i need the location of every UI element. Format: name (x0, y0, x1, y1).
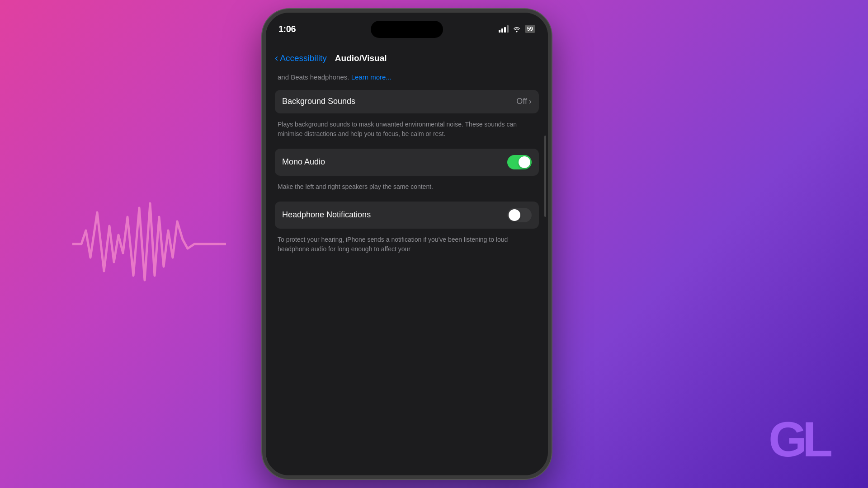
mono-audio-row[interactable]: Mono Audio (275, 149, 539, 176)
toggle-knob-2 (509, 209, 520, 221)
mono-audio-card: Mono Audio (275, 149, 539, 176)
learn-more-link[interactable]: Learn more... (351, 73, 392, 81)
dynamic-island (371, 21, 443, 38)
side-button-volume-down (262, 153, 263, 184)
scrollbar (544, 136, 546, 217)
mono-audio-label: Mono Audio (282, 157, 325, 167)
background-sounds-card: Background Sounds Off › (275, 90, 539, 113)
background-sounds-description: Plays background sounds to mask unwanted… (275, 117, 539, 145)
headphone-notifications-row[interactable]: Headphone Notifications (275, 202, 539, 229)
svg-text:L: L (802, 411, 833, 465)
toggle-knob (519, 156, 530, 168)
waveform-icon (72, 190, 226, 298)
phone-frame: 1:06 59 ‹ Accessibility Audio/Visual (262, 9, 552, 479)
background-sounds-label: Background Sounds (282, 97, 355, 106)
signal-icon (499, 25, 509, 33)
side-button-volume-up (262, 112, 263, 144)
page-title: Audio/Visual (335, 53, 387, 63)
gt-logo: G L (769, 411, 841, 465)
back-chevron-icon: ‹ (275, 52, 278, 64)
back-button[interactable]: ‹ Accessibility (275, 52, 327, 64)
headphone-notifications-description: To protect your hearing, iPhone sends a … (275, 232, 539, 260)
side-button-mute (262, 85, 263, 103)
background-sounds-value: Off › (516, 97, 532, 106)
headphone-notifications-label: Headphone Notifications (282, 210, 371, 220)
status-time: 1:06 (278, 24, 296, 34)
mono-audio-description: Make the left and right speakers play th… (275, 179, 539, 198)
mono-audio-toggle[interactable] (507, 155, 532, 169)
top-description: and Beats headphones. Learn more... (275, 70, 539, 90)
headphone-notifications-card: Headphone Notifications (275, 202, 539, 229)
screen-content: ‹ Accessibility Audio/Visual and Beats h… (266, 45, 548, 475)
svg-text:G: G (769, 411, 807, 465)
content-area: and Beats headphones. Learn more... Back… (266, 70, 548, 260)
background-sounds-row[interactable]: Background Sounds Off › (275, 90, 539, 113)
wifi-icon (512, 25, 521, 33)
headphone-notifications-toggle[interactable] (507, 208, 532, 222)
battery-icon: 59 (525, 25, 535, 33)
status-icons: 59 (499, 25, 535, 33)
background-sounds-chevron-icon: › (529, 97, 532, 106)
nav-bar: ‹ Accessibility Audio/Visual (266, 45, 548, 70)
side-button-power (551, 130, 552, 175)
